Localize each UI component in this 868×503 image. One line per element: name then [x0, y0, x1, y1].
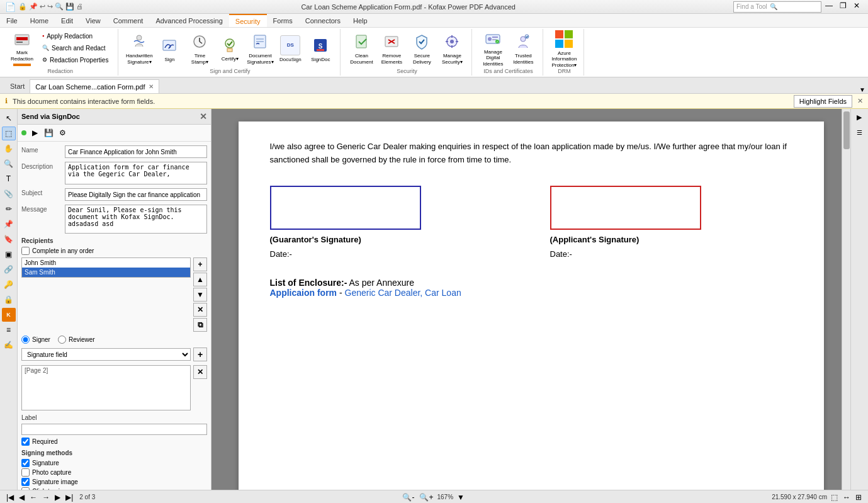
- zoom-dropdown[interactable]: ▼: [456, 493, 466, 502]
- select-tool[interactable]: ⬚: [2, 127, 16, 140]
- name-input[interactable]: [65, 145, 207, 158]
- add-recipient-button[interactable]: +: [193, 257, 207, 271]
- tab-forms[interactable]: Forms: [267, 14, 299, 27]
- photo-checkbox[interactable]: [21, 468, 30, 477]
- scrollbar-track[interactable]: [842, 109, 850, 490]
- guarantor-sig-box[interactable]: [270, 186, 421, 230]
- copy-recipient-button[interactable]: ⧉: [193, 318, 207, 332]
- nav-prev-button[interactable]: ◀: [18, 493, 26, 502]
- manage-security-button[interactable]: ManageSecurity▾: [437, 30, 466, 67]
- recipient-john[interactable]: John Smith: [22, 258, 190, 268]
- doc-scroll[interactable]: I/we also agree to Generic Car Dealer ma…: [211, 109, 850, 490]
- document-tab[interactable]: Car Loan Scheme...cation Form.pdf ✕: [30, 79, 159, 93]
- sig-page-item[interactable]: [Page 2]: [22, 366, 190, 375]
- panel-settings-button[interactable]: ⚙: [57, 127, 68, 138]
- time-stamp-button[interactable]: TimeStamp▾: [185, 30, 214, 67]
- sign-button[interactable]: Sign: [155, 30, 184, 67]
- remove-recipient-button[interactable]: ✕: [193, 303, 207, 317]
- fit-page-button[interactable]: ⬚: [830, 493, 839, 502]
- arrow-tool[interactable]: ↖: [2, 111, 16, 125]
- field-type-select[interactable]: Signature field Initial field: [21, 348, 191, 361]
- move-down-button[interactable]: ▼: [193, 288, 207, 302]
- highlight-fields-button[interactable]: Highlight Fields: [794, 95, 852, 108]
- close-button[interactable]: ✕: [850, 1, 863, 10]
- trusted-id-button[interactable]: TrustedIdentities: [509, 30, 538, 67]
- lock-tool[interactable]: 🔒: [2, 293, 16, 307]
- docusign-button[interactable]: DS DocuSign: [276, 30, 305, 67]
- handwritten-sig-button[interactable]: HandwrittenSignature▾: [125, 30, 154, 67]
- manage-digital-button[interactable]: ✓ Manage DigitalIdentities: [478, 30, 507, 67]
- remove-elements-button[interactable]: RemoveElements: [377, 30, 406, 67]
- sig2-tool[interactable]: ✍: [2, 338, 16, 352]
- desc-input[interactable]: Application form for car finance via the…: [65, 162, 207, 184]
- panel-save-button[interactable]: 💾: [43, 127, 54, 138]
- required-checkbox[interactable]: [21, 438, 30, 446]
- restore-button[interactable]: ❐: [837, 1, 849, 10]
- fit-width-button[interactable]: ↔: [842, 493, 852, 502]
- tab-advanced[interactable]: Advanced Processing: [149, 14, 228, 27]
- pen-tool[interactable]: ✏: [2, 202, 16, 216]
- add-field-button[interactable]: +: [193, 348, 207, 361]
- sig-image-checkbox[interactable]: [21, 478, 30, 486]
- mark-redaction-button[interactable]: MarkRedaction: [8, 30, 37, 67]
- secure-delivery-button[interactable]: SecureDelivery: [407, 30, 436, 67]
- kofax-tool[interactable]: K: [2, 308, 16, 322]
- move-up-button[interactable]: ▲: [193, 273, 207, 286]
- scrollbar-thumb[interactable]: [843, 111, 850, 149]
- clip-tool[interactable]: 📎: [2, 187, 16, 201]
- tab-connectors[interactable]: Connectors: [299, 14, 347, 27]
- zoom-out-button[interactable]: 🔍-: [401, 493, 415, 502]
- nav-first-button[interactable]: |◀: [5, 493, 15, 502]
- tab-bar-chevron[interactable]: ▼: [859, 86, 865, 93]
- hand-tool[interactable]: ✋: [2, 142, 16, 155]
- stamp-tool[interactable]: 🔖: [2, 232, 16, 246]
- complete-order-checkbox[interactable]: [21, 247, 30, 255]
- key-tool[interactable]: 🔑: [2, 278, 16, 291]
- tab-file[interactable]: File: [0, 14, 24, 27]
- nav-next-button[interactable]: ▶: [54, 493, 62, 502]
- zoom-in-button[interactable]: 🔍+: [418, 493, 434, 502]
- document-signatures-button[interactable]: DocumentSignatures▾: [245, 30, 274, 67]
- link-tool[interactable]: 🔗: [2, 263, 16, 276]
- azure-button[interactable]: Azure InformationProtection▾: [550, 30, 578, 67]
- signdoc-button[interactable]: S SignDoc: [306, 30, 335, 67]
- layer-tool[interactable]: ≡: [2, 323, 16, 337]
- tab-comment[interactable]: Comment: [107, 14, 150, 27]
- zoom-tool[interactable]: 🔍: [2, 157, 16, 171]
- subject-input[interactable]: [65, 188, 207, 201]
- tab-view[interactable]: View: [79, 14, 107, 27]
- label-input[interactable]: [21, 424, 207, 435]
- app-form-dest[interactable]: Generic Car Dealer, Car Loan: [345, 288, 461, 298]
- remove-sig-button[interactable]: ✕: [193, 365, 207, 379]
- info-bar-close[interactable]: ✕: [857, 97, 863, 105]
- nav-forward-button[interactable]: →: [41, 493, 51, 502]
- nav-last-button[interactable]: ▶|: [64, 493, 74, 502]
- right-bookmark-btn[interactable]: ☰: [852, 125, 866, 139]
- reviewer-radio[interactable]: [58, 336, 66, 344]
- tab-security[interactable]: Security: [229, 14, 267, 27]
- redaction-properties-button[interactable]: ⚙ Redaction Properties: [38, 54, 113, 65]
- signer-radio[interactable]: [21, 336, 30, 344]
- search-redact-button[interactable]: 🔍 Search and Redact: [38, 42, 113, 54]
- start-tab[interactable]: Start: [5, 79, 30, 93]
- tab-help[interactable]: Help: [347, 14, 374, 27]
- signature-checkbox[interactable]: [21, 459, 30, 467]
- text-tool[interactable]: T: [2, 172, 16, 186]
- click-sign-checkbox[interactable]: [21, 487, 30, 490]
- view-options[interactable]: ⊞: [854, 493, 863, 502]
- sticky-tool[interactable]: 📌: [2, 217, 16, 231]
- find-tool-input[interactable]: Find a Tool 🔍: [733, 1, 821, 13]
- message-input[interactable]: Dear Sunil, Please e-sign this document …: [65, 205, 207, 234]
- applicant-sig-box[interactable]: [550, 186, 701, 230]
- recipient-sam[interactable]: Sam Smith: [22, 268, 190, 277]
- apply-redaction-button[interactable]: ▪ Apply Redaction: [38, 30, 113, 42]
- tab-home[interactable]: Home: [24, 14, 55, 27]
- form-tool[interactable]: ▣: [2, 247, 16, 261]
- minimize-button[interactable]: —: [823, 1, 835, 10]
- panel-play-button[interactable]: ▶: [29, 127, 40, 138]
- certify-button[interactable]: Certify▾: [215, 30, 244, 67]
- panel-close-button[interactable]: ✕: [200, 111, 207, 122]
- right-expand-btn[interactable]: ▶: [852, 110, 866, 124]
- app-form-link[interactable]: Applicaion form: [270, 288, 339, 298]
- doc-tab-close[interactable]: ✕: [149, 83, 154, 90]
